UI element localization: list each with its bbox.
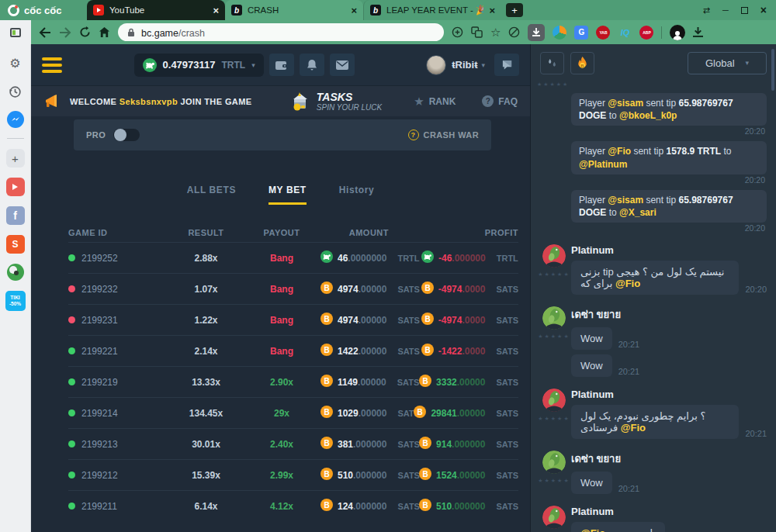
chat-username[interactable]: Platinum: [571, 506, 767, 517]
bets-tab-history[interactable]: History: [339, 185, 375, 205]
table-row[interactable]: 21992116.14x4.12xB124.000000SATSB510.000…: [68, 490, 518, 521]
settings-gear-icon[interactable]: ⚙: [6, 54, 25, 72]
table-row[interactable]: 21992321.07xBangB4974.00000SATSB-4974.00…: [68, 273, 518, 304]
mention[interactable]: @X_sari: [619, 207, 656, 218]
bookmark-star-icon[interactable]: ☆: [490, 26, 501, 40]
table-row[interactable]: 21992522.88xBang46.0000000TRTL-46.000000…: [68, 242, 518, 273]
shopee-app-icon[interactable]: S: [6, 235, 25, 254]
mention[interactable]: @sisam: [608, 98, 643, 109]
message-text: یک: [685, 266, 697, 278]
abp-extension-icon[interactable]: ABP: [639, 26, 653, 40]
tab-close-icon[interactable]: ×: [351, 5, 357, 16]
user-avatar[interactable]: [542, 389, 566, 412]
mention[interactable]: @sisam: [608, 195, 643, 206]
message-text: sent: [646, 195, 663, 206]
balance-pill[interactable]: 0.47973117 TRTL ▾: [134, 54, 264, 77]
mention[interactable]: @Fio: [580, 527, 605, 532]
tab-sync-icon[interactable]: ⇄: [703, 5, 710, 16]
translate-page-icon[interactable]: [471, 26, 483, 38]
chat-scrollbar[interactable]: [771, 49, 774, 91]
chat-username[interactable]: เดซ่า ขยาย: [571, 451, 767, 467]
address-bar[interactable]: bc.game/crash: [118, 23, 444, 41]
mention[interactable]: @Fio: [608, 146, 631, 157]
coin-icon: B: [421, 282, 434, 296]
tiki-app-icon[interactable]: TIKI -50%: [5, 291, 26, 311]
table-row[interactable]: 21992212.14xBangB1422.00000SATSB-1422.00…: [68, 335, 518, 366]
chat-message: ★★★★★เดซ่า ขยายWow20:21: [537, 449, 767, 494]
browser-tab[interactable]: bLEAP YEAR EVENT - 🎉Event -×: [363, 0, 501, 20]
menu-hamburger-icon[interactable]: [42, 57, 62, 73]
new-tab-button[interactable]: +: [506, 3, 523, 17]
coccoc-extension-icon[interactable]: [553, 26, 566, 40]
notifications-bell-button[interactable]: [300, 54, 324, 76]
close-button[interactable]: ×: [760, 4, 767, 16]
chat-username[interactable]: เดซ่า ขยาย: [571, 306, 767, 323]
history-icon[interactable]: [6, 82, 25, 101]
yab-extension-icon[interactable]: YAB: [596, 26, 610, 40]
tasks-label[interactable]: TASKS SPIN YOUR LUCK: [317, 91, 382, 112]
add-app-button[interactable]: +: [6, 149, 25, 168]
amount-unit: SATS: [397, 471, 421, 480]
reload-icon[interactable]: [79, 26, 91, 38]
chat-collapse-button[interactable]: [494, 54, 519, 76]
user-avatar[interactable]: [542, 306, 566, 330]
timestamp: 20:20: [571, 126, 767, 136]
translate-extension-icon[interactable]: G: [574, 26, 588, 40]
profile-avatar-icon[interactable]: [670, 25, 685, 40]
wallet-button[interactable]: [269, 54, 294, 76]
download-active-button[interactable]: [528, 24, 545, 41]
table-row[interactable]: 219921913.33x2.90xB1149.00000SATSB3332.0…: [68, 366, 518, 397]
table-row[interactable]: 219921330.01x2.40xB381.000000SATSB914.00…: [68, 428, 518, 459]
user-avatar[interactable]: [542, 451, 566, 474]
result-cell: 30.01x: [169, 439, 243, 450]
faq-link[interactable]: ? FAQ: [482, 95, 518, 107]
tab-close-icon[interactable]: ×: [213, 5, 219, 16]
adblock-shield-icon[interactable]: [508, 26, 520, 38]
chat-channel-select[interactable]: Global ▾: [688, 52, 767, 74]
downloads-tray-icon[interactable]: [693, 27, 703, 37]
chat-username[interactable]: Platinum: [571, 389, 767, 400]
youtube-app-icon[interactable]: [6, 178, 25, 196]
mention[interactable]: @Platinum: [579, 159, 627, 170]
mention[interactable]: @Fio: [621, 422, 646, 434]
user-menu-chevron-icon[interactable]: ▾: [481, 61, 485, 69]
user-avatar[interactable]: [426, 55, 446, 75]
crash-war-link[interactable]: ? CRASH WAR: [408, 130, 479, 140]
home-icon[interactable]: [99, 26, 110, 38]
chat-username[interactable]: Platinum: [571, 244, 767, 256]
sidebar-toggle-icon[interactable]: [10, 28, 21, 37]
minimize-button[interactable]: ─: [722, 5, 729, 15]
table-row[interactable]: 219921215.39x2.99xB510.000000SATSB1524.0…: [68, 459, 518, 490]
rain-icon-button[interactable]: [540, 52, 564, 74]
tab-close-icon[interactable]: ×: [489, 5, 495, 16]
chat-message-body: Platinum@Fio مرسی بازم20:21: [571, 504, 767, 532]
browser-tab[interactable]: YouTube×: [87, 0, 225, 20]
flame-coin-icon-button[interactable]: B: [570, 52, 594, 74]
restore-button[interactable]: [741, 7, 748, 14]
username-label[interactable]: ŧRibiŧ: [452, 59, 477, 71]
mention[interactable]: @bkoeL_k0p: [619, 110, 677, 121]
bets-tab-my-bet[interactable]: MY BET: [268, 185, 307, 205]
facebook-app-icon[interactable]: f: [6, 206, 25, 225]
messages-envelope-button[interactable]: [330, 54, 355, 76]
iq-extension-icon[interactable]: IQ: [618, 26, 632, 40]
table-row[interactable]: 2199214134.45x29xB1029.00000SATSB29841.0…: [68, 397, 518, 428]
back-icon[interactable]: [39, 27, 51, 38]
coccoc-app-icon[interactable]: [7, 264, 24, 281]
messenger-icon[interactable]: [7, 111, 24, 128]
svg-text:B: B: [324, 501, 329, 510]
table-row[interactable]: 21992311.22xBangB4974.00000SATSB-4974.00…: [68, 304, 518, 335]
game-id-cell: 2199214: [68, 408, 169, 419]
browser-tab[interactable]: bCRASH×: [225, 0, 363, 20]
rank-link[interactable]: ★ RANK: [414, 95, 456, 109]
pro-toggle[interactable]: [113, 129, 140, 141]
mention[interactable]: @Fio: [615, 278, 640, 289]
tasks-gift-icon[interactable]: [290, 92, 310, 112]
user-avatar[interactable]: [542, 506, 566, 529]
bets-tab-all-bets[interactable]: ALL BETS: [187, 185, 236, 205]
message-text: to: [609, 207, 617, 218]
user-avatar[interactable]: [542, 244, 566, 268]
profit-unit: SATS: [496, 502, 518, 511]
zoom-page-icon[interactable]: [452, 26, 463, 38]
forward-icon[interactable]: [59, 27, 71, 38]
